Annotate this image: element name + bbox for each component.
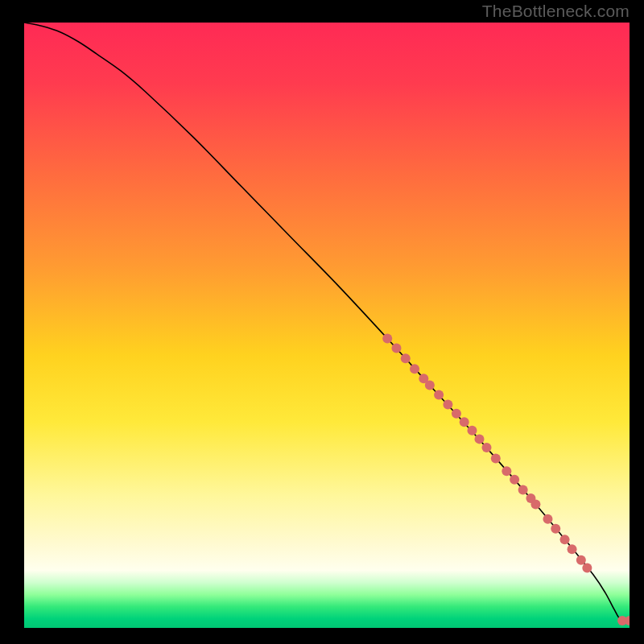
scatter-point bbox=[475, 434, 485, 444]
scatter-point bbox=[434, 390, 444, 399]
scatter-point bbox=[551, 524, 560, 534]
plot-area bbox=[24, 23, 630, 628]
scatter-point bbox=[568, 544, 577, 554]
scatter-point bbox=[391, 344, 401, 353]
scatter-point bbox=[510, 475, 519, 485]
scatter-point bbox=[467, 426, 477, 436]
scatter-point bbox=[410, 364, 419, 374]
scatter-point bbox=[518, 485, 528, 495]
scatter-point bbox=[502, 466, 511, 476]
scatter-point bbox=[401, 353, 411, 363]
scatter-point bbox=[560, 535, 570, 544]
scatter-point bbox=[530, 500, 540, 510]
scatter-point bbox=[491, 453, 501, 463]
scatter-point bbox=[543, 514, 552, 524]
scatter-point bbox=[382, 334, 392, 344]
chart-stage: TheBottleneck.com bbox=[0, 0, 644, 644]
scatter-point bbox=[460, 417, 469, 427]
scatter-point bbox=[452, 409, 461, 419]
scatter-point bbox=[482, 443, 492, 452]
main-curve bbox=[24, 23, 630, 621]
scatter-points bbox=[382, 334, 630, 625]
watermark-text: TheBottleneck.com bbox=[482, 2, 630, 21]
scatter-point bbox=[576, 555, 586, 565]
scatter-point bbox=[425, 380, 435, 390]
plot-overlay bbox=[24, 23, 630, 628]
scatter-point bbox=[582, 564, 592, 573]
scatter-point bbox=[443, 400, 452, 410]
